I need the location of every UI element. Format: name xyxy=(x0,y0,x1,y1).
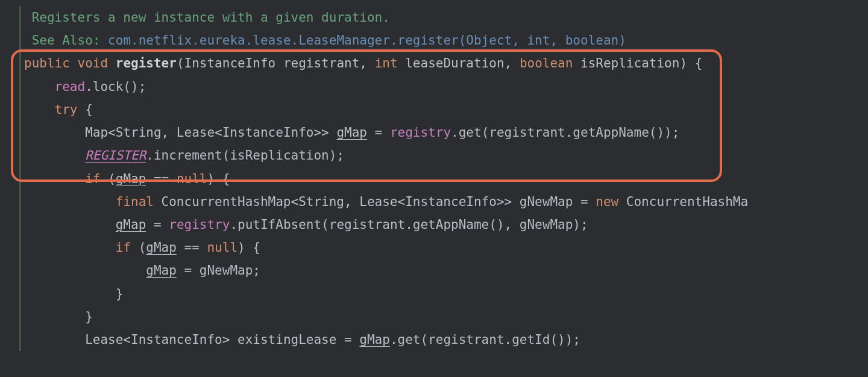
signature-part-1: (InstanceInfo registrant, xyxy=(177,56,375,70)
var-gmap-assign: gMap xyxy=(116,217,146,232)
call-lock: .lock(); xyxy=(85,79,146,94)
assign: = xyxy=(367,125,390,140)
signature-part-3: isReplication) { xyxy=(573,56,702,70)
field-registry: registry xyxy=(390,125,451,140)
brace-open: { xyxy=(78,102,93,117)
keyword-try: try xyxy=(55,102,78,117)
var-gmap-ref: gMap xyxy=(116,172,146,186)
keyword-final: final xyxy=(116,195,154,209)
signature-part-2: leaseDuration, xyxy=(398,56,520,70)
code-block[interactable]: Registers a new instance with a given du… xyxy=(0,6,868,351)
brace-close-outer-if: } xyxy=(85,310,93,324)
call-increment: .increment(isReplication); xyxy=(146,148,344,163)
concurrent-map-ctor: ConcurrentHashMa xyxy=(618,195,748,209)
keyword-public: public xyxy=(24,56,70,70)
keyword-void: void xyxy=(78,56,108,70)
var-gmap: gMap xyxy=(336,125,367,140)
var-gmap-assign-2: gMap xyxy=(146,263,177,278)
paren-open: ( xyxy=(100,172,115,186)
map-type-decl: Map<String, Lease<InstanceInfo>> xyxy=(85,125,336,140)
field-read: read xyxy=(55,79,86,94)
keyword-null-2: null xyxy=(207,240,237,255)
assign2: = xyxy=(146,217,169,232)
keyword-new: new xyxy=(596,195,618,209)
var-gmap-ref-2: gMap xyxy=(146,240,177,255)
call-putifabsent: .putIfAbsent(registrant.getAppName(), gN… xyxy=(230,217,588,232)
call-registry-get: .get(registrant.getAppName()); xyxy=(451,125,679,140)
keyword-if: if xyxy=(85,172,100,186)
code-editor-viewport: Registers a new instance with a given du… xyxy=(0,0,868,351)
keyword-int: int xyxy=(375,56,398,70)
keyword-if-2: if xyxy=(116,240,131,255)
keyword-null: null xyxy=(177,172,207,186)
assign-gnewmap: = gNewMap; xyxy=(177,263,260,278)
var-gmap-ref-3: gMap xyxy=(359,332,390,347)
concurrent-map-decl: ConcurrentHashMap<String, Lease<Instance… xyxy=(154,195,596,209)
call-gmap-get: .get(registrant.getId()); xyxy=(390,332,580,347)
javadoc-see-also-label: See Also: xyxy=(32,33,101,48)
paren-open-2: ( xyxy=(131,240,146,255)
keyword-boolean: boolean xyxy=(520,56,573,70)
static-register-counter: REGISTER xyxy=(85,148,146,163)
field-registry-2: registry xyxy=(169,217,230,232)
method-name-register: register xyxy=(116,56,177,70)
doc-gutter-bar xyxy=(19,6,21,351)
paren-close-brace-2: ) { xyxy=(237,240,260,255)
paren-close-brace: ) { xyxy=(207,172,230,186)
lease-decl: Lease<InstanceInfo> existingLease = xyxy=(85,332,359,347)
eqeq1: == xyxy=(146,172,177,186)
eqeq2: == xyxy=(177,240,207,255)
javadoc-summary: Registers a new instance with a given du… xyxy=(32,10,390,25)
javadoc-see-also-link[interactable]: com.netflix.eureka.lease.LeaseManager.re… xyxy=(108,33,626,48)
brace-close-inner-if: } xyxy=(116,287,124,301)
